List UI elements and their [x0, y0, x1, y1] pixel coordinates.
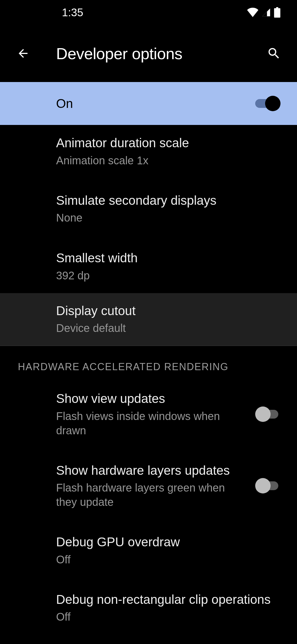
setting-override-force-dark[interactable]: Override force-dark	[0, 634, 297, 644]
settings-list: Animator duration scale Animation scale …	[0, 125, 297, 644]
setting-title: Display cutout	[56, 303, 282, 319]
search-icon	[267, 46, 281, 61]
setting-debug-non-rectangular-clip[interactable]: Debug non-rectangular clip operations Of…	[0, 577, 297, 634]
setting-title: Show hardware layers updates	[56, 463, 247, 479]
setting-show-view-updates[interactable]: Show view updates Flash views inside win…	[0, 383, 297, 448]
setting-subtitle: None	[56, 211, 282, 225]
setting-title: Debug GPU overdraw	[56, 534, 282, 550]
setting-subtitle: Device default	[56, 321, 282, 335]
battery-icon	[274, 7, 280, 18]
master-toggle-row[interactable]: On	[0, 82, 297, 125]
search-button[interactable]	[266, 45, 282, 62]
setting-subtitle: 392 dp	[56, 268, 282, 283]
setting-subtitle: Animation scale 1x	[56, 153, 282, 168]
back-button[interactable]	[15, 45, 31, 62]
status-bar: 1:35	[0, 0, 297, 25]
setting-subtitle: Flash hardware layers green when they up…	[56, 481, 247, 509]
app-bar: Developer options	[0, 25, 297, 82]
toggle-show-hardware-layers-updates[interactable]	[255, 478, 282, 493]
setting-subtitle: Flash views inside windows when drawn	[56, 409, 247, 438]
cellular-icon	[261, 8, 271, 17]
master-toggle-label: On	[56, 96, 73, 111]
setting-show-hardware-layers-updates[interactable]: Show hardware layers updates Flash hardw…	[0, 448, 297, 520]
setting-display-cutout[interactable]: Display cutout Device default	[0, 293, 297, 346]
setting-smallest-width[interactable]: Smallest width 392 dp	[0, 235, 297, 293]
setting-title: Animator duration scale	[56, 135, 282, 151]
setting-title: Show view updates	[56, 391, 247, 407]
setting-title: Simulate secondary displays	[56, 193, 282, 209]
setting-debug-gpu-overdraw[interactable]: Debug GPU overdraw Off	[0, 519, 297, 577]
section-header-hardware-rendering: HARDWARE ACCELERATED RENDERING	[0, 346, 297, 383]
page-title: Developer options	[56, 44, 266, 63]
setting-title: Debug non-rectangular clip operations	[56, 592, 282, 608]
arrow-back-icon	[16, 47, 30, 60]
setting-simulate-secondary-displays[interactable]: Simulate secondary displays None	[0, 178, 297, 236]
setting-animator-duration-scale[interactable]: Animator duration scale Animation scale …	[0, 125, 297, 178]
master-toggle-switch[interactable]	[255, 96, 282, 111]
status-icons	[247, 7, 280, 18]
toggle-show-view-updates[interactable]	[255, 406, 282, 422]
setting-subtitle: Off	[56, 610, 282, 624]
setting-title: Smallest width	[56, 250, 282, 266]
wifi-icon	[247, 8, 258, 17]
status-time: 1:35	[62, 6, 83, 19]
setting-subtitle: Off	[56, 552, 282, 567]
